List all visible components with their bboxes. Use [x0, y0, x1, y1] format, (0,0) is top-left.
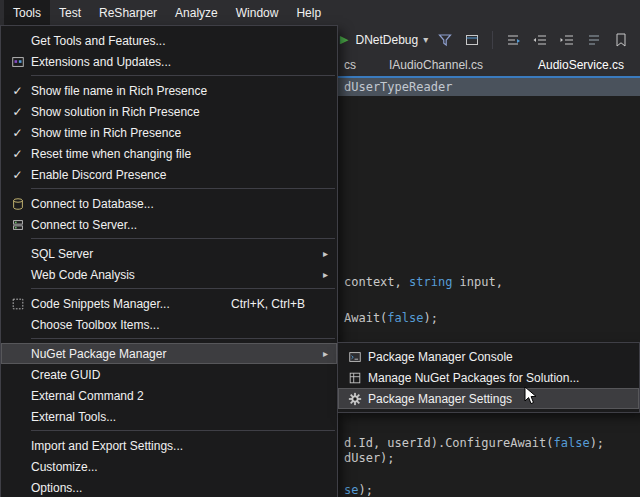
tools-menu: Get Tools and Features... Extensions and… [0, 25, 338, 497]
menu-item-label: Create GUID [31, 368, 100, 382]
code-text: dUser); [344, 451, 395, 465]
menu-separator [31, 75, 335, 76]
menu-item-label: External Command 2 [31, 389, 144, 403]
tab-iaudiochannel[interactable]: IAudioChannel.cs [385, 54, 487, 76]
submenu-arrow-icon: ▸ [323, 249, 328, 259]
menu-item-package-manager-console[interactable]: Package Manager Console [338, 346, 639, 367]
menu-item-label: Web Code Analysis [31, 268, 135, 282]
menu-item-extensions-and-updates[interactable]: Extensions and Updates... [1, 51, 337, 72]
check-icon: ✓ [4, 126, 31, 140]
chevron-down-icon[interactable]: ▾ [423, 34, 428, 45]
menu-item-external-command-2[interactable]: External Command 2 [1, 385, 337, 406]
code-keyword: se [344, 483, 358, 497]
menu-item-label: Enable Discord Presence [31, 168, 166, 182]
code-line: se); [344, 484, 373, 497]
menu-item-label: NuGet Package Manager [31, 347, 166, 361]
server-icon [4, 218, 31, 232]
tab-partial[interactable]: cs [340, 54, 360, 76]
check-icon: ✓ [4, 105, 31, 119]
menu-item-label: Import and Export Settings... [31, 439, 183, 453]
code-text: ); [590, 436, 604, 450]
menubar-item-resharper[interactable]: ReSharper [90, 0, 166, 25]
menu-item-label: Choose Toolbox Items... [31, 318, 160, 332]
menu-item-get-tools-and-features[interactable]: Get Tools and Features... [1, 30, 337, 51]
menu-item-label: Package Manager Console [368, 350, 513, 364]
nuget-submenu: Package Manager Console Manage NuGet Pac… [337, 342, 640, 413]
menu-separator [31, 188, 335, 189]
vs-window: Tools Test ReSharper Analyze Window Help… [0, 0, 640, 497]
code-text: ); [423, 311, 437, 325]
menu-item-label: SQL Server [31, 247, 93, 261]
menu-item-label: Connect to Database... [31, 197, 154, 211]
menu-item-import-and-export-settings[interactable]: Import and Export Settings... [1, 435, 337, 456]
menu-item-label: Reset time when changing file [31, 147, 191, 161]
menu-item-connect-to-database[interactable]: Connect to Database... [1, 193, 337, 214]
code-keyword: false [554, 436, 590, 450]
menu-item-label: Extensions and Updates... [31, 55, 171, 69]
menu-item-customize[interactable]: Customize... [1, 456, 337, 477]
menu-item-nuget-package-manager[interactable]: NuGet Package Manager ▸ [1, 343, 337, 364]
menu-item-reset-time-when-changing-file[interactable]: ✓ Reset time when changing file [1, 143, 337, 164]
comment-lines-icon[interactable] [584, 30, 604, 50]
start-debug-icon[interactable]: ▶ [340, 33, 348, 46]
menu-item-label: External Tools... [31, 410, 116, 424]
code-text: Await( [344, 311, 387, 325]
code-text: input, [452, 275, 503, 289]
menu-separator [31, 338, 335, 339]
menu-item-manage-nuget-packages-for-solution[interactable]: Manage NuGet Packages for Solution... [338, 367, 639, 388]
menu-item-enable-discord-presence[interactable]: ✓ Enable Discord Presence [1, 164, 337, 185]
unindent-icon[interactable] [530, 30, 550, 50]
window-icon[interactable] [462, 30, 482, 50]
menu-item-code-snippets-manager[interactable]: Code Snippets Manager... Ctrl+K, Ctrl+B [1, 293, 337, 314]
menu-item-label: Get Tools and Features... [31, 34, 166, 48]
menubar-item-tools[interactable]: Tools [4, 0, 50, 25]
menu-item-shortcut: Ctrl+K, Ctrl+B [231, 297, 327, 311]
menu-item-connect-to-server[interactable]: Connect to Server... [1, 214, 337, 235]
menubar-item-test[interactable]: Test [50, 0, 90, 25]
menu-item-create-guid[interactable]: Create GUID [1, 364, 337, 385]
tab-audioservice[interactable]: AudioService.cs [534, 54, 628, 76]
check-icon: ✓ [4, 168, 31, 182]
bookmark-icon[interactable] [611, 30, 631, 50]
debug-target-dropdown[interactable]: DNetDebug [355, 33, 418, 47]
check-glyph: ✓ [12, 84, 22, 98]
code-line: Await(false); [344, 312, 438, 325]
menu-item-package-manager-settings[interactable]: Package Manager Settings [338, 388, 639, 409]
menu-item-sql-server[interactable]: SQL Server ▸ [1, 243, 337, 264]
menu-item-external-tools[interactable]: External Tools... [1, 406, 337, 427]
menu-item-show-time-rich-presence[interactable]: ✓ Show time in Rich Presence [1, 122, 337, 143]
menu-item-web-code-analysis[interactable]: Web Code Analysis ▸ [1, 264, 337, 285]
database-icon [4, 197, 31, 211]
toolbar-separator [492, 31, 493, 49]
menu-item-label: Customize... [31, 460, 98, 474]
submenu-arrow-icon: ▸ [323, 349, 328, 359]
extensions-icon [4, 55, 31, 69]
menubar: Tools Test ReSharper Analyze Window Help [0, 0, 640, 25]
menu-item-label: Options... [31, 481, 82, 495]
submenu-arrow-icon: ▸ [323, 270, 328, 280]
menu-item-label: Show solution in Rich Presence [31, 105, 200, 119]
filter-icon[interactable] [435, 30, 455, 50]
code-keyword: string [409, 275, 452, 289]
menu-item-label: Code Snippets Manager... [31, 297, 170, 311]
code-text: d.Id, userId).ConfigureAwait( [344, 436, 554, 450]
navigate-back-lines-icon[interactable] [503, 30, 523, 50]
menu-item-show-file-name-rich-presence[interactable]: ✓ Show file name in Rich Presence [1, 80, 337, 101]
menu-item-choose-toolbox-items[interactable]: Choose Toolbox Items... [1, 314, 337, 335]
menubar-item-window[interactable]: Window [227, 0, 288, 25]
menubar-item-analyze[interactable]: Analyze [166, 0, 227, 25]
menu-item-show-solution-rich-presence[interactable]: ✓ Show solution in Rich Presence [1, 101, 337, 122]
code-line: context, string input, [344, 276, 503, 289]
menu-item-label: Show file name in Rich Presence [31, 84, 207, 98]
menu-separator [31, 288, 335, 289]
code-line: d.Id, userId).ConfigureAwait(false); [344, 437, 604, 450]
menu-separator [31, 238, 335, 239]
check-icon: ✓ [4, 147, 31, 161]
mouse-cursor [524, 386, 538, 406]
menu-item-options[interactable]: Options... [1, 477, 337, 497]
indent-icon[interactable] [557, 30, 577, 50]
menu-item-label: Connect to Server... [31, 218, 137, 232]
code-text: context, [344, 275, 409, 289]
code-keyword: false [387, 311, 423, 325]
menubar-item-help[interactable]: Help [287, 0, 330, 25]
